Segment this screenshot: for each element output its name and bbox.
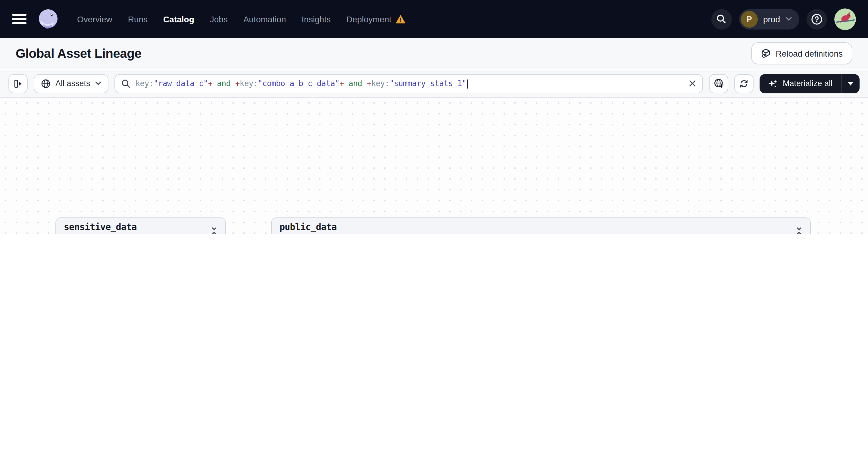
dagster-global-asset-lineage-page: Overview Runs Catalog Jobs Automation In…: [0, 0, 868, 234]
asset-group-sensitive-data: sensitive_data example_co: [55, 217, 226, 234]
search-icon: [716, 14, 727, 24]
globe-plus-icon: [714, 78, 724, 89]
reload-definitions-label: Reload definitions: [776, 49, 843, 58]
asset-selection-query: key:"raw_data_c"+ and +key:"combo_a_b_c_…: [135, 79, 684, 88]
nav-item-runs[interactable]: Runs: [128, 14, 148, 24]
asset-filter-input[interactable]: key:"raw_data_c"+ and +key:"combo_a_b_c_…: [115, 74, 703, 93]
lineage-toolbar: All assets key:"raw_data_c"+ and +key:"c…: [0, 70, 868, 98]
nav-item-automation[interactable]: Automation: [243, 14, 286, 24]
chevron-down-icon: [785, 17, 792, 21]
help-button[interactable]: [807, 9, 827, 29]
nav-item-catalog[interactable]: Catalog: [163, 14, 194, 24]
asset-group-public-data: public_data example_co: [271, 217, 811, 234]
dagster-logo-icon[interactable]: [36, 7, 60, 31]
nav-item-deployment[interactable]: Deployment: [346, 14, 405, 24]
user-avatar[interactable]: [834, 8, 856, 30]
deployment-switcher[interactable]: P prod: [739, 9, 799, 29]
panel-expand-icon: [13, 79, 23, 88]
globe-icon: [41, 79, 51, 88]
warning-icon: [396, 15, 405, 23]
materialize-all-main[interactable]: Materialize all: [760, 74, 841, 93]
asset-scope-dropdown[interactable]: All assets: [34, 74, 108, 93]
page-title: Global Asset Lineage: [16, 46, 142, 61]
help-icon: [811, 13, 823, 25]
view-scope-globe-button[interactable]: [709, 74, 728, 93]
refresh-button[interactable]: [735, 74, 754, 93]
caret-down-icon: [847, 82, 854, 85]
text-caret: [467, 79, 468, 88]
group-repo: example_co: [64, 233, 137, 234]
deployment-name: prod: [763, 14, 780, 24]
collapse-group-icon[interactable]: [211, 226, 217, 234]
sparkles-icon: [768, 79, 778, 88]
reload-definitions-icon: [761, 48, 771, 58]
open-side-panel-button[interactable]: [8, 74, 28, 93]
reload-definitions-button[interactable]: Reload definitions: [751, 42, 852, 64]
clear-query-icon[interactable]: [689, 80, 696, 87]
nav-item-insights[interactable]: Insights: [302, 14, 331, 24]
nav-item-jobs[interactable]: Jobs: [210, 14, 228, 24]
collapse-group-icon[interactable]: [796, 226, 802, 234]
refresh-icon: [739, 79, 749, 88]
global-search-button[interactable]: [711, 9, 732, 29]
group-repo: example_co: [279, 233, 337, 234]
asset-group-header[interactable]: sensitive_data example_co: [56, 218, 225, 234]
materialize-all-label: Materialize all: [783, 79, 833, 88]
search-icon: [121, 79, 131, 88]
top-nav-bar: Overview Runs Catalog Jobs Automation In…: [0, 0, 868, 38]
page-header: Global Asset Lineage Reload definitions: [0, 38, 868, 69]
group-name: public_data: [279, 222, 337, 232]
asset-scope-label: All assets: [55, 79, 90, 88]
group-name: sensitive_data: [64, 222, 137, 232]
nav-right-cluster: P prod: [711, 8, 856, 30]
chevron-down-icon: [95, 81, 101, 86]
materialize-options-dropdown[interactable]: [841, 74, 860, 93]
primary-nav-menu: Overview Runs Catalog Jobs Automation In…: [77, 14, 405, 24]
nav-item-overview[interactable]: Overview: [77, 14, 112, 24]
nav-item-deployment-label: Deployment: [346, 14, 391, 24]
asset-group-header[interactable]: public_data example_co: [272, 218, 810, 234]
lineage-graph-canvas[interactable]: sensitive_data example_co public_data ex…: [0, 98, 868, 234]
deployment-initial-badge: P: [741, 10, 758, 27]
materialize-all-button[interactable]: Materialize all: [760, 74, 860, 93]
hamburger-menu-icon[interactable]: [12, 14, 27, 24]
